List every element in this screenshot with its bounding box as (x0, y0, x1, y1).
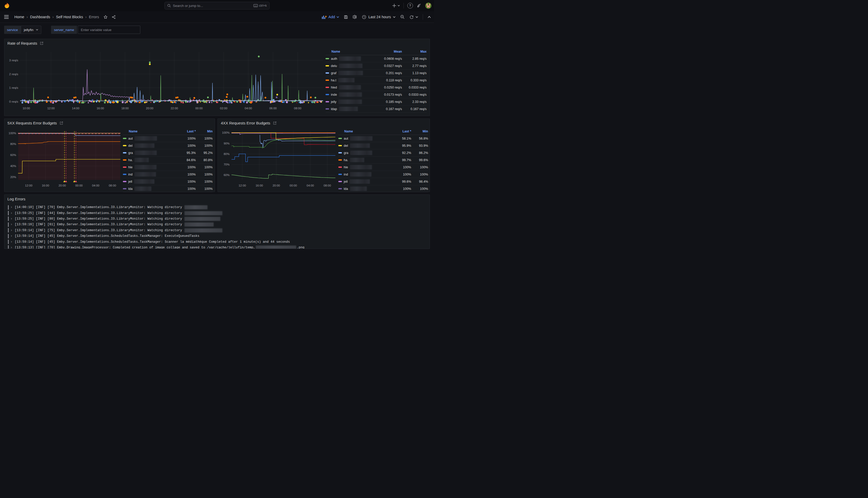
breadcrumb-dashboards[interactable]: Dashboards (30, 15, 50, 19)
legend-row[interactable]: del100%100% (123, 142, 213, 149)
legend-col-name[interactable]: Name (123, 130, 176, 133)
legend-row[interactable]: inde0.0173 req/s0.0333 req/s (325, 91, 427, 98)
series-name: ind (128, 173, 133, 176)
legend-row[interactable]: ind100%100% (123, 171, 213, 178)
series-color-pill (325, 73, 329, 74)
panel-title[interactable]: Rate of Requests (8, 41, 37, 45)
variable-servername-input[interactable]: Enter variable value (78, 26, 140, 34)
external-link-icon[interactable] (59, 121, 63, 125)
share-icon[interactable] (111, 15, 116, 19)
shortcut-label: ctrl+k (259, 4, 267, 8)
expand-chevron-icon[interactable] (11, 234, 12, 238)
legend-col-1[interactable]: Mean (373, 50, 402, 53)
legend-col-name[interactable]: Name (325, 50, 373, 53)
log-line[interactable]: [13:59:25] [INF] [80] Emby.Server.Implem… (8, 216, 427, 222)
help-icon[interactable] (407, 3, 413, 9)
legend-row[interactable]: ha.99.7%99.6% (338, 157, 428, 164)
annotation-marker[interactable] (65, 180, 67, 182)
log-message: [13:59:16] [INF] [61] Emby.Server.Implem… (15, 223, 184, 226)
legend-row[interactable]: ldap0.167 req/s0.167 req/s (325, 105, 427, 113)
grafana-logo-icon[interactable] (4, 2, 10, 9)
log-line[interactable]: [14:00:10] [INF] [70] Emby.Server.Implem… (8, 205, 427, 210)
variable-service-label: service (4, 26, 21, 34)
external-link-icon[interactable] (273, 121, 277, 125)
favorite-star-icon[interactable] (103, 15, 108, 19)
legend-col-1[interactable]: Last * (392, 130, 411, 133)
log-line[interactable]: [13:59:14] [INF] [45] Emby.Server.Implem… (8, 239, 427, 245)
log-message: [13:59:14] [INF] [75] Emby.Server.Implem… (15, 228, 184, 232)
legend-row[interactable]: ha.t0.118 req/s0.333 req/s (325, 77, 427, 84)
series-line-jellyfin (20, 69, 323, 101)
legend-row[interactable]: lda100%100% (123, 185, 213, 193)
y-axis-tick: 80% (10, 142, 16, 145)
refresh-button[interactable] (409, 15, 418, 19)
legend-row[interactable]: jell99.6%98.4% (338, 178, 428, 185)
x-axis-tick: 12:00 (25, 184, 32, 187)
legend-col-2[interactable]: Min (196, 130, 213, 133)
rate-chart[interactable]: 0 req/s1 req/s2 req/s3 req/s10:0012:0014… (6, 48, 325, 116)
search-input[interactable]: Search or jump to... ctrl+k (164, 2, 270, 10)
legend-value-1: 99.7% (392, 158, 411, 162)
legend-row[interactable]: aut100%100% (123, 135, 213, 142)
annotation-marker[interactable] (75, 180, 77, 182)
new-button[interactable] (392, 4, 400, 8)
legend-row[interactable]: gra95.3%95.2% (123, 149, 213, 157)
series-name: jell (128, 180, 132, 183)
log-line[interactable]: [13:59:14] [INF] [45] Emby.Server.Implem… (8, 233, 427, 239)
zoom-out-icon[interactable] (400, 15, 405, 19)
log-line[interactable]: [13:59:25] [INF] [44] Emby.Server.Implem… (8, 210, 427, 216)
series-line-auth (20, 74, 323, 101)
panel-title[interactable]: 4XX Requests Error Budgets (221, 121, 270, 125)
breadcrumb-folder[interactable]: Self Host Blocks (56, 15, 83, 19)
expand-chevron-icon[interactable] (11, 240, 12, 244)
redacted-text (339, 63, 362, 68)
expand-chevron-icon[interactable] (11, 206, 12, 209)
panel-title[interactable]: 5XX Requests Error Budgets (8, 121, 57, 125)
legend-row[interactable]: hle100%100% (338, 164, 428, 171)
4xx-chart[interactable]: 100%90%80%70%60%12:0016:0020:0000:0004:0… (219, 128, 337, 191)
5xx-chart[interactable]: 100%80%60%40%20%12:0016:0020:0000:0004:0… (6, 128, 122, 191)
legend-col-name[interactable]: Name (338, 130, 392, 133)
log-line[interactable]: [13:59:13] [INF] [70] Emby.Drawing.Image… (8, 245, 427, 249)
news-icon[interactable] (416, 3, 422, 8)
legend-row[interactable]: jell100%100% (123, 178, 213, 185)
legend-row[interactable]: hle100%100% (123, 164, 213, 171)
variable-service-select[interactable]: jellyfin (21, 26, 42, 34)
legend-row[interactable]: ind100%100% (338, 171, 428, 178)
log-level-bar (8, 234, 9, 238)
legend-row[interactable]: lda100%100% (338, 185, 428, 193)
x-axis-tick: 14:00 (72, 107, 80, 110)
legend-row[interactable]: delu0.0327 req/s2.77 req/s (325, 62, 427, 69)
legend-row[interactable]: auth0.0608 req/s2.85 req/s (325, 55, 427, 62)
legend-value-1: 0.185 req/s (373, 100, 402, 104)
legend-col-2[interactable]: Max (402, 50, 427, 53)
legend-row[interactable]: ha.84.6%80.8% (123, 157, 213, 164)
legend-row[interactable]: graf0.201 req/s1.13 req/s (325, 69, 427, 77)
panel-title[interactable]: Log Errors (8, 197, 25, 201)
legend-value-1: 58.1% (392, 137, 411, 140)
kiosk-mode-caret-icon[interactable] (428, 16, 431, 18)
log-line[interactable]: [13:59:16] [INF] [61] Emby.Server.Implem… (8, 222, 427, 227)
legend-col-2[interactable]: Min (411, 130, 428, 133)
add-button[interactable]: Add (322, 15, 339, 19)
legend-row[interactable]: del95.9%93.9% (338, 142, 428, 149)
settings-gear-icon[interactable] (353, 15, 357, 19)
menu-toggle-icon[interactable] (4, 15, 9, 19)
breadcrumb-home[interactable]: Home (14, 15, 24, 19)
expand-chevron-icon[interactable] (11, 246, 12, 249)
legend-row[interactable]: aut58.1%56.8% (338, 135, 428, 142)
legend-row[interactable]: gra92.2%86.2% (338, 149, 428, 157)
legend-value-2: 86.2% (411, 151, 428, 155)
expand-chevron-icon[interactable] (11, 223, 12, 226)
legend-col-1[interactable]: Last * (176, 130, 196, 133)
expand-chevron-icon[interactable] (11, 211, 12, 215)
expand-chevron-icon[interactable] (11, 217, 12, 221)
legend-row[interactable]: hled0.0250 req/s0.0333 req/s (325, 84, 427, 91)
avatar[interactable] (425, 3, 431, 9)
time-range-picker[interactable]: Last 24 hours (362, 15, 396, 19)
log-line[interactable]: [13:59:14] [INF] [75] Emby.Server.Implem… (8, 227, 427, 233)
external-link-icon[interactable] (40, 41, 44, 45)
expand-chevron-icon[interactable] (11, 228, 12, 232)
legend-row[interactable]: jelly0.185 req/s2.33 req/s (325, 98, 427, 105)
save-dashboard-button[interactable] (344, 15, 348, 19)
